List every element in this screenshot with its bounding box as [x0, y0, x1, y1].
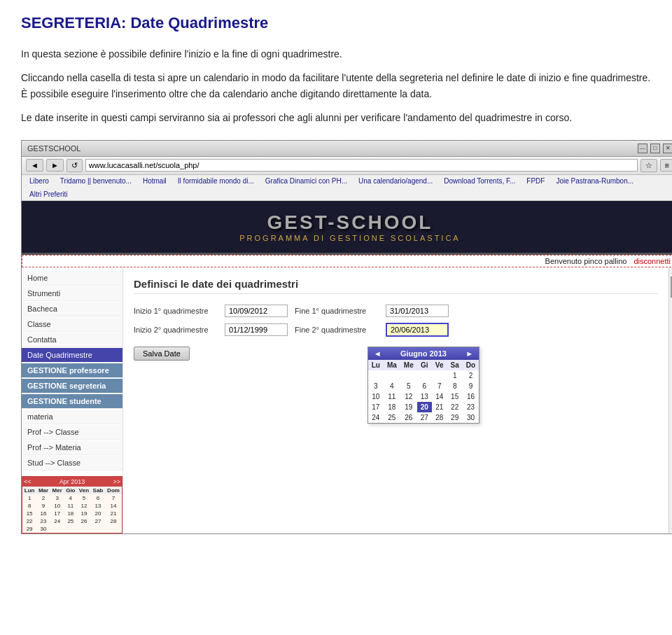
cal-day[interactable]: 13: [417, 391, 432, 402]
mini-cal-day[interactable]: 26: [77, 517, 91, 525]
mini-cal-day[interactable]: 21: [105, 510, 122, 517]
cal-day[interactable]: [384, 370, 400, 381]
mini-cal-day[interactable]: 13: [91, 502, 105, 510]
cal-day[interactable]: 4: [384, 381, 400, 391]
bookmark-hotmail[interactable]: Hotmail: [139, 176, 170, 186]
go-button[interactable]: ☆: [640, 159, 657, 172]
mini-cal-day[interactable]: 15: [22, 510, 36, 517]
bookmark-joie[interactable]: Joie Pastrana-Rumbon...: [552, 176, 637, 186]
mini-cal-day[interactable]: 17: [50, 510, 64, 517]
cal-day[interactable]: 24: [368, 412, 384, 423]
close-button[interactable]: ✕: [663, 144, 672, 153]
sidebar-item-date-quadrimestre[interactable]: Date Quadrimestre: [22, 348, 122, 363]
bookmark-formidabile[interactable]: Il formidabile mondo di...: [174, 176, 258, 186]
cal-day[interactable]: 7: [432, 381, 447, 391]
cal-day[interactable]: 22: [447, 402, 463, 412]
mini-cal-day[interactable]: 12: [77, 502, 91, 510]
q2-end-input[interactable]: [386, 323, 449, 337]
mini-cal-day[interactable]: 8: [22, 502, 36, 510]
cal-day[interactable]: 29: [447, 412, 463, 423]
sidebar-item-bacheca[interactable]: Bacheca: [22, 302, 122, 316]
cal-day[interactable]: 15: [447, 391, 463, 402]
q2-start-input[interactable]: [225, 323, 288, 336]
disconnect-link[interactable]: disconnetti: [634, 257, 671, 265]
mini-cal-day[interactable]: 5: [77, 494, 91, 502]
mini-cal-day[interactable]: 16: [36, 510, 50, 517]
cal-day[interactable]: 14: [432, 391, 447, 402]
cal-day[interactable]: 17: [368, 402, 384, 412]
sidebar-item-materia[interactable]: materia: [22, 410, 122, 424]
sidebar-item-gestione-studente[interactable]: GESTIONE studente: [22, 394, 122, 409]
cal-day[interactable]: 6: [417, 381, 432, 391]
bookmark-tridamo[interactable]: Tridamo || benvenuto...: [57, 176, 135, 186]
mini-cal-day[interactable]: 10: [50, 502, 64, 510]
mini-cal-prev[interactable]: <<: [24, 478, 31, 485]
mini-cal-day[interactable]: 2: [36, 494, 50, 502]
mini-cal-day[interactable]: 30: [36, 525, 50, 533]
cal-prev-button[interactable]: ◄: [374, 349, 382, 358]
cal-day[interactable]: 2: [463, 370, 479, 381]
mini-cal-day[interactable]: 11: [64, 502, 78, 510]
cal-day[interactable]: 12: [400, 391, 417, 402]
mini-cal-day[interactable]: 25: [64, 517, 78, 525]
back-button[interactable]: ◄: [26, 159, 43, 172]
mini-cal-day[interactable]: 24: [50, 517, 64, 525]
cal-day[interactable]: [400, 370, 417, 381]
refresh-button[interactable]: ↺: [66, 159, 83, 172]
mini-cal-day[interactable]: 1: [22, 494, 36, 502]
cal-day[interactable]: 27: [417, 412, 432, 423]
sidebar-item-classe[interactable]: Classe: [22, 317, 122, 332]
minimize-button[interactable]: —: [638, 144, 648, 153]
mini-cal-day[interactable]: 14: [105, 502, 122, 510]
sidebar-item-home[interactable]: Home: [22, 271, 122, 286]
cal-day[interactable]: 26: [400, 412, 417, 423]
cal-day[interactable]: 25: [384, 412, 400, 423]
cal-day[interactable]: [417, 370, 432, 381]
sidebar-item-prof-materia[interactable]: Prof --> Materia: [22, 440, 122, 455]
cal-day[interactable]: 18: [384, 402, 400, 412]
cal-day[interactable]: 19: [400, 402, 417, 412]
bookmark-altri[interactable]: Altri Preferiti: [26, 190, 71, 199]
mini-cal-day[interactable]: 6: [91, 494, 105, 502]
bookmark-grafica[interactable]: Grafica Dinamici con PH...: [262, 176, 351, 186]
sidebar-item-gestione-segreteria[interactable]: GESTIONE segreteria: [22, 379, 122, 393]
sidebar-item-strumenti[interactable]: Strumenti: [22, 286, 122, 301]
mini-cal-day[interactable]: 4: [64, 494, 78, 502]
cal-day[interactable]: [368, 370, 384, 381]
mini-cal-next[interactable]: >>: [113, 478, 120, 485]
cal-day[interactable]: 5: [400, 381, 417, 391]
sidebar-item-contatta[interactable]: Contatta: [22, 333, 122, 347]
address-bar[interactable]: [85, 159, 638, 172]
cal-day[interactable]: 16: [463, 391, 479, 402]
mini-cal-day[interactable]: 22: [22, 517, 36, 525]
sidebar-item-gestione-professore[interactable]: GESTIONE professore: [22, 363, 122, 378]
cal-next-button[interactable]: ►: [465, 349, 473, 358]
cal-day[interactable]: 3: [368, 381, 384, 391]
cal-day[interactable]: 8: [447, 381, 463, 391]
cal-day-selected[interactable]: 20: [417, 402, 432, 412]
scrollbar[interactable]: ▲ ▼: [668, 267, 672, 533]
mini-cal-day[interactable]: 18: [64, 510, 78, 517]
q1-start-input[interactable]: [225, 305, 288, 317]
cal-day[interactable]: 11: [384, 391, 400, 402]
mini-cal-day[interactable]: 20: [91, 510, 105, 517]
forward-button[interactable]: ►: [46, 159, 64, 172]
cal-day[interactable]: 28: [432, 412, 447, 423]
q1-end-input[interactable]: [386, 305, 449, 317]
mini-cal-day[interactable]: 9: [36, 502, 50, 510]
cal-day[interactable]: 10: [368, 391, 384, 402]
mini-cal-day[interactable]: 28: [105, 517, 122, 525]
mini-cal-day[interactable]: 3: [50, 494, 64, 502]
bookmark-download[interactable]: Download Torrents, F...: [440, 176, 519, 186]
mini-cal-day[interactable]: 27: [91, 517, 105, 525]
cal-day[interactable]: 21: [432, 402, 447, 412]
mini-cal-day[interactable]: 7: [105, 494, 122, 502]
cal-day[interactable]: 9: [463, 381, 479, 391]
maximize-button[interactable]: □: [650, 144, 660, 153]
mini-cal-day[interactable]: 23: [36, 517, 50, 525]
bookmark-fpdf[interactable]: FPDF: [523, 176, 548, 186]
mini-cal-day[interactable]: 29: [22, 525, 36, 533]
cal-day[interactable]: 23: [463, 402, 479, 412]
mini-cal-day[interactable]: 19: [77, 510, 91, 517]
cal-day[interactable]: 1: [447, 370, 463, 381]
